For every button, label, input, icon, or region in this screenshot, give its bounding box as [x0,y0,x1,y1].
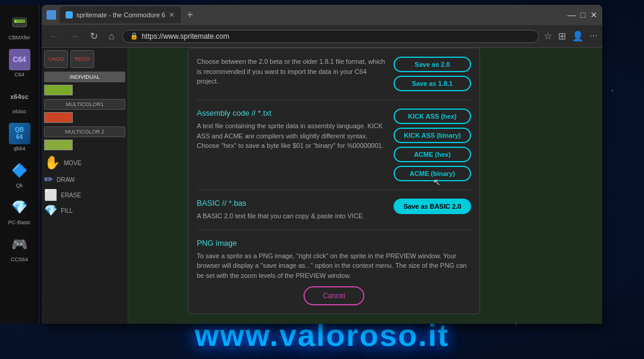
home-btn[interactable]: ⌂ [106,30,117,43]
fill-label: FILL [61,208,73,214]
section-save-format-desc: Choose between the 2.0 beta or the older… [197,57,386,86]
nav-icons: ☆ ⊞ 👤 ··· [544,30,597,42]
section-png: PNG image To save a sprite as a PNG imag… [197,239,471,281]
address-bar[interactable]: 🔒 https://www.spritemate.com [122,30,539,43]
draw-tool-row: ✏ DRAW [44,173,125,186]
section-save-format: Choose between the 2.0 beta or the older… [197,57,471,100]
fill-icon[interactable]: 💎 [44,204,57,217]
sidebar-item-ccs64[interactable]: 🎮 CCS64 [7,231,33,265]
sidebar-item-cbmxfer[interactable]: 📟 CBMXfer [6,10,33,43]
sidebar-item-c64[interactable]: C64 C64 [7,47,33,80]
individual-mode: INDIVIDUAL [44,72,125,82]
profile-icon[interactable]: 👤 [572,30,584,42]
multicolor1-colors [44,112,125,123]
nav-bar: ← → ↻ ⌂ 🔒 https://www.spritemate.com ☆ ⊞… [42,25,602,48]
forward-btn[interactable]: → [67,30,82,43]
url-text: https://www.spritemate.com [142,32,230,41]
close-btn[interactable]: ✕ [590,10,597,20]
draw-label: DRAW [57,177,75,183]
save-dialog: Choose between the 2.0 beta or the older… [188,48,480,314]
section-png-text: PNG image To save a sprite as a PNG imag… [197,239,471,281]
multicolor2-btn[interactable]: MULTICOLOR 2 [44,126,125,137]
section-assembly-title: Assembly code // *.txt [197,109,386,117]
save-as-basic-btn[interactable]: Save as BASIC 2.0 [394,199,471,214]
app-cbmxfer-label: CBMXfer [8,35,30,41]
color-swatch-2[interactable] [44,112,73,123]
sidebar-item-x64sc[interactable]: x64sc x64sc [7,83,33,117]
app-x64sc-label: x64sc [13,109,27,114]
kick-ass-hex-btn[interactable]: KICK ASS (hex) [394,109,471,124]
section-basic: BASIC // *.bas A BASIC 2.0 text file tha… [197,199,471,230]
cancel-area: Cancel [197,286,471,305]
section-png-desc: To save a sprite as a PNG image, "right … [197,251,471,281]
save-as-181-btn[interactable]: Save as 1.8.1 [394,76,471,91]
acme-binary-btn[interactable]: ACME (binary) [394,166,471,181]
move-label: MOVE [64,160,81,166]
app-ccs64-label: CCS64 [11,256,28,262]
app-c64-label: C64 [14,72,24,78]
fill-tool-row: 💎 FILL [44,204,125,217]
redo-btn[interactable]: REDO [70,50,94,68]
menu-icon[interactable]: ··· [590,30,597,42]
lock-icon: 🔒 [130,32,138,40]
individual-colors [44,85,125,95]
app-pcbasic-label: PC-Basic [8,219,31,225]
title-bar: spritemate - the Commodore 6 ✕ + — □ ✕ [42,5,602,25]
maximize-btn[interactable]: □ [581,10,586,20]
browser-logo [47,10,56,20]
multicolor1-btn[interactable]: MULTICOLOR1 [44,99,125,110]
app-qb64-label: qb64 [13,146,25,151]
multicolor2-colors [44,140,125,150]
star-icon[interactable]: ☆ [544,30,552,42]
move-icon[interactable]: ✋ [44,155,60,171]
kick-ass-binary-btn[interactable]: KICK ASS (binary) [394,128,471,143]
tab-area: spritemate - the Commodore 6 ✕ + [47,7,564,23]
app-qk-label: Qk [16,182,23,188]
section-assembly-text: Assembly code // *.txt A text file conta… [197,109,386,181]
minimize-btn[interactable]: — [568,10,576,20]
section-basic-text: BASIC // *.bas A BASIC 2.0 text file tha… [197,199,386,221]
tools-panel: UNDO REDO INDIVIDUAL MULTICOLOR1 [42,48,128,324]
refresh-btn[interactable]: ↻ [87,29,101,43]
section-assembly: Assembly code // *.txt A text file conta… [197,109,471,190]
multicolor1-mode: MULTICOLOR1 [44,99,125,110]
individual-btn[interactable]: INDIVIDUAL [44,72,125,82]
save-as-20-btn[interactable]: Save as 2.0 [394,57,471,72]
sidebar-item-pc-basic[interactable]: 💎 PC-Basic [6,194,33,228]
section-save-format-buttons: Save as 2.0 Save as 1.8.1 [394,57,471,91]
section-png-title: PNG image [197,239,471,247]
undo-redo-row: UNDO REDO [44,50,125,68]
active-tab[interactable]: spritemate - the Commodore 6 ✕ [60,7,181,23]
extensions-icon[interactable]: ⊞ [558,30,566,42]
erase-icon[interactable]: ⬜ [44,188,57,202]
multicolor2-mode: MULTICOLOR 2 [44,126,125,137]
new-tab-button[interactable]: + [183,9,197,21]
app-dock: 📟 CBMXfer C64 C64 x64sc x64sc QB64 qb64 … [0,5,39,324]
section-save-format-text: Choose between the 2.0 beta or the older… [197,57,386,91]
erase-tool-row: ⬜ ERASE [44,188,125,202]
section-assembly-buttons: KICK ASS (hex) KICK ASS (binary) ACME (h… [394,109,471,181]
draw-icon[interactable]: ✏ [44,173,53,186]
sidebar-item-qb64[interactable]: QB64 qb64 [7,120,33,154]
cancel-button[interactable]: Cancel [304,286,364,305]
section-basic-title: BASIC // *.bas [197,199,386,208]
section-assembly-desc: A text file containing the sprite data i… [197,121,386,151]
back-btn[interactable]: ← [47,30,62,43]
sidebar-item-qk[interactable]: 🔷 Qk [7,157,33,191]
color-swatch-1[interactable] [44,85,73,95]
tab-title: spritemate - the Commodore 6 [76,11,165,18]
tab-close-btn[interactable]: ✕ [169,11,175,19]
undo-btn[interactable]: UNDO [44,50,68,68]
erase-label: ERASE [61,192,81,199]
tab-favicon [66,11,73,18]
window-controls: — □ ✕ [568,10,597,20]
color-swatch-3[interactable] [44,140,73,150]
move-tool-row: ✋ MOVE [44,155,125,171]
acme-hex-btn[interactable]: ACME (hex) [394,147,471,162]
section-basic-desc: A BASIC 2.0 text file that you can copy … [197,211,386,221]
section-basic-buttons: Save as BASIC 2.0 [394,199,471,221]
